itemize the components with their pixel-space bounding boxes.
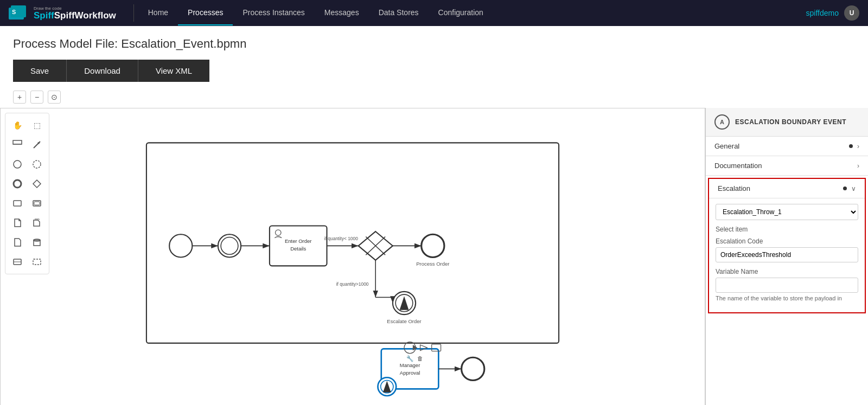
tool-circle-dashed[interactable]	[28, 156, 46, 173]
tool-circle-thick[interactable]	[9, 175, 26, 192]
svg-text:Details: Details	[290, 246, 306, 252]
svg-text:🗑: 🗑	[417, 355, 423, 362]
general-arrow: ›	[857, 143, 859, 150]
view-xml-button[interactable]: View XML	[138, 60, 209, 82]
escalation-dropdown-group: Escalation_Throw_1	[716, 204, 858, 220]
user-avatar[interactable]: U	[844, 5, 859, 21]
svg-marker-10	[33, 180, 41, 188]
page-content: Process Model File: Escalation_Event.bpm…	[0, 26, 868, 108]
panel-header: A ESCALATION BOUNDARY EVENT	[706, 108, 868, 137]
logo-text: SpiffSpiffWorkflow	[34, 11, 116, 20]
logo-icon: S	[9, 3, 29, 23]
nav-messages[interactable]: Messages	[315, 1, 369, 25]
svg-point-35	[422, 234, 444, 257]
svg-text:S: S	[12, 9, 16, 15]
svg-text:Process Order: Process Order	[416, 261, 449, 267]
logo-area: S Draw the code SpiffSpiffWorkflow	[9, 3, 116, 23]
svg-text:if quantity< 1000: if quantity< 1000	[324, 236, 358, 241]
nav-links: Home Processes Process Instances Message…	[138, 1, 493, 25]
tool-select[interactable]: ⬚	[28, 117, 46, 134]
tool-dashed-rect[interactable]	[28, 253, 46, 271]
tool-rect-double[interactable]	[28, 195, 46, 212]
tool-cylinder[interactable]	[28, 234, 46, 251]
page-title: Process Model File: Escalation_Event.bpm…	[13, 37, 855, 51]
documentation-arrow: ›	[857, 162, 859, 170]
panel-section-documentation-header[interactable]: Documentation ›	[706, 156, 868, 175]
panel-section-general-header[interactable]: General ›	[706, 137, 868, 156]
svg-text:Escalate Order: Escalate Order	[387, 318, 421, 324]
nav-data-stores[interactable]: Data Stores	[369, 1, 429, 25]
svg-rect-18	[33, 259, 41, 265]
panel-header-icon: A	[714, 114, 730, 130]
panel-section-escalation-header[interactable]: Escalation ∨	[709, 179, 865, 198]
right-panel: A ESCALATION BOUNDARY EVENT General › Do…	[705, 108, 868, 405]
variable-name-hint: The name of the variable to store the pa…	[716, 295, 858, 301]
user-name: spiffdemo	[806, 9, 839, 17]
zoom-in-button[interactable]: +	[13, 91, 26, 104]
svg-text:Manager: Manager	[400, 362, 420, 368]
svg-point-7	[14, 160, 21, 168]
tool-lane[interactable]	[9, 136, 26, 153]
variable-name-group: Variable Name The name of the variable t…	[716, 268, 858, 301]
svg-point-20	[169, 234, 192, 257]
bpmn-toolbar: ✋ ⬚	[5, 113, 49, 274]
escalation-code-group: Escalation Code	[716, 237, 858, 262]
svg-text:Enter Order: Enter Order	[285, 238, 312, 244]
nav-right: spiffdemo U	[806, 5, 859, 21]
zoom-controls: + − ⊙	[13, 88, 855, 108]
svg-text:Approval: Approval	[400, 370, 420, 376]
tool-doc[interactable]	[9, 214, 26, 232]
tool-diamond[interactable]	[28, 175, 46, 192]
escalation-code-label: Escalation Code	[716, 237, 858, 245]
zoom-out-button[interactable]: −	[30, 91, 43, 104]
main-area: ✋ ⬚	[0, 108, 868, 405]
bpmn-canvas[interactable]: ✋ ⬚	[0, 108, 705, 405]
svg-point-58	[462, 357, 484, 380]
svg-point-8	[33, 160, 41, 168]
svg-point-23	[221, 237, 238, 255]
panel-section-general: General ›	[706, 137, 868, 156]
escalation-dropdown[interactable]: Escalation_Throw_1	[716, 204, 858, 220]
tool-doc-blank[interactable]	[9, 234, 26, 251]
svg-text:🔧: 🔧	[406, 355, 414, 362]
variable-name-label: Variable Name	[716, 268, 858, 275]
tool-circle[interactable]	[9, 156, 26, 173]
svg-point-9	[14, 180, 21, 188]
panel-section-general-title: General	[714, 142, 739, 150]
general-dot	[849, 144, 853, 148]
svg-rect-13	[34, 202, 40, 205]
nav-divider	[133, 4, 134, 22]
svg-rect-3	[13, 140, 22, 144]
tool-doc-multi[interactable]	[28, 214, 46, 232]
panel-section-documentation-title: Documentation	[714, 162, 762, 170]
escalation-code-input[interactable]	[716, 247, 858, 262]
nav-process-instances[interactable]: Process Instances	[233, 1, 314, 25]
panel-section-documentation: Documentation ›	[706, 156, 868, 176]
panel-section-escalation: Escalation ∨ Escalation_Throw_1 Select i…	[708, 178, 866, 313]
nav-processes[interactable]: Processes	[178, 1, 233, 25]
svg-rect-11	[14, 201, 21, 206]
tool-hand[interactable]: ✋	[9, 117, 26, 134]
panel-section-escalation-title: Escalation	[718, 184, 750, 192]
zoom-fit-button[interactable]: ⊙	[48, 91, 61, 104]
nav-home[interactable]: Home	[138, 1, 178, 25]
tool-rect[interactable]	[9, 195, 26, 212]
top-navigation: S Draw the code SpiffSpiffWorkflow Home …	[0, 0, 868, 26]
download-button[interactable]: Download	[67, 60, 138, 82]
tool-rect-split[interactable]	[9, 253, 26, 271]
bpmn-diagram-svg: Enter Order Details if quantity< 1000 Pr…	[1, 108, 705, 405]
nav-configuration[interactable]: Configuration	[429, 1, 493, 25]
panel-header-title: ESCALATION BOUNDARY EVENT	[735, 118, 846, 126]
toolbar: Save Download View XML	[13, 60, 855, 82]
escalation-arrow: ∨	[851, 185, 856, 192]
save-button[interactable]: Save	[13, 60, 67, 82]
svg-text:if quantity>1000: if quantity>1000	[336, 281, 369, 287]
tool-arrow[interactable]	[28, 136, 46, 153]
escalation-body: Escalation_Throw_1 Select item Escalatio…	[709, 198, 865, 312]
select-item-label: Select item	[716, 226, 858, 233]
escalation-dot	[843, 187, 847, 190]
svg-rect-19	[146, 143, 559, 343]
variable-name-input[interactable]	[716, 278, 858, 293]
